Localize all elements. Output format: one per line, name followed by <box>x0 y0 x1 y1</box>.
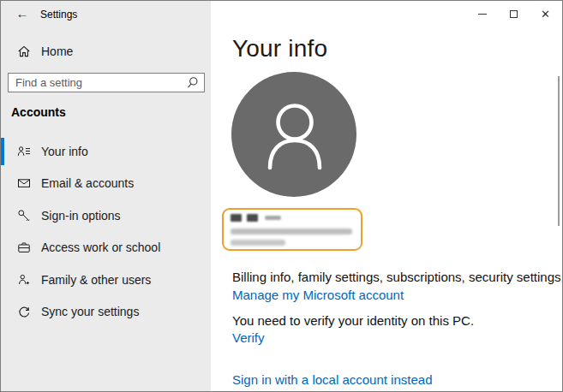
key-icon <box>17 209 31 223</box>
maximize-icon <box>510 10 518 18</box>
redacted-user-name <box>231 214 354 222</box>
redacted-block <box>231 214 242 222</box>
back-button[interactable]: ← <box>12 4 33 23</box>
scrollbar[interactable] <box>558 76 560 226</box>
sidebar: ← Settings Home Accounts <box>1 1 211 391</box>
email-icon <box>17 176 31 190</box>
sidebar-item-sync-settings[interactable]: Sync your settings <box>1 296 211 329</box>
redacted-account-info-highlight <box>222 208 362 251</box>
sidebar-item-sign-in-options[interactable]: Sign-in options <box>1 199 211 232</box>
section-header-accounts: Accounts <box>11 105 66 119</box>
sidebar-item-label: Sign-in options <box>41 209 121 223</box>
verify-link[interactable]: Verify <box>232 330 265 345</box>
search-input[interactable] <box>9 74 204 92</box>
window-controls: ✕ <box>466 1 561 27</box>
sidebar-item-label: Sync your settings <box>41 305 139 318</box>
briefcase-icon <box>17 241 31 254</box>
sidebar-item-label: Your info <box>41 145 88 158</box>
sidebar-item-email-accounts[interactable]: Email & accounts <box>1 168 211 200</box>
local-account-link[interactable]: Sign in with a local account instead <box>232 372 432 387</box>
sidebar-item-label: Family & other users <box>41 273 151 287</box>
billing-info-text: Billing info, family settings, subscript… <box>232 270 563 284</box>
window-title: Settings <box>40 9 77 21</box>
minimize-icon <box>478 14 487 15</box>
sidebar-item-label: Email & accounts <box>41 176 134 190</box>
sidebar-nav: Your info Email & accounts Sign-in <box>1 135 211 328</box>
add-person-icon <box>17 273 31 287</box>
sidebar-item-your-info[interactable]: Your info <box>1 135 211 168</box>
sidebar-item-label: Access work or school <box>41 241 160 254</box>
home-label: Home <box>41 45 73 58</box>
home-icon <box>17 45 31 58</box>
sync-icon <box>17 305 31 318</box>
avatar <box>231 72 356 197</box>
redacted-block <box>247 214 258 222</box>
person-icon <box>231 72 356 197</box>
contact-card-icon <box>17 145 31 158</box>
minimize-button[interactable] <box>466 1 498 27</box>
sidebar-item-access-work-school[interactable]: Access work or school <box>1 232 211 264</box>
page-title: Your info <box>232 35 327 62</box>
search-icon[interactable] <box>186 76 200 90</box>
sidebar-item-family-other-users[interactable]: Family & other users <box>1 264 211 296</box>
close-button[interactable]: ✕ <box>530 1 561 27</box>
redacted-block <box>265 216 281 220</box>
redacted-email <box>231 229 352 235</box>
maximize-button[interactable] <box>498 1 530 27</box>
manage-account-link[interactable]: Manage my Microsoft account <box>232 288 404 302</box>
settings-window: ← Settings Home Accounts <box>0 0 563 392</box>
search-box <box>8 73 205 92</box>
redacted-account-type <box>231 240 285 246</box>
sidebar-item-home[interactable]: Home <box>1 39 211 64</box>
verify-identity-text: You need to verify your identity on this… <box>232 313 474 328</box>
selected-indicator <box>1 138 4 165</box>
